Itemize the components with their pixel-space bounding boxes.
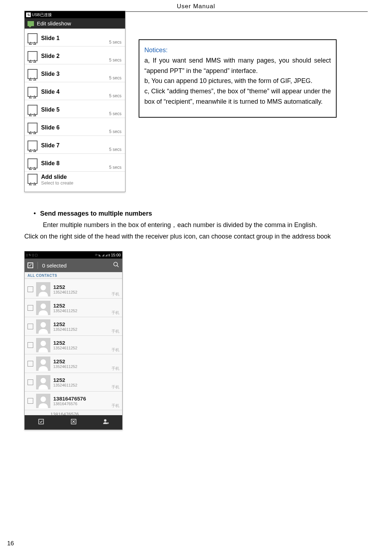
avatar [36,375,50,389]
deselect-icon[interactable] [70,418,77,427]
page-header: User Manual [24,0,368,12]
slide-row[interactable]: Slide 35 secs [25,64,125,82]
checkbox[interactable] [28,305,33,311]
status-bar-2: ▯ ↻ ▯ ▢ ⟳ ◣ ◢ ◢ ▮ 15:00 [25,251,122,259]
contact-number: 13524611252 [53,290,109,294]
checkbox[interactable] [28,361,33,367]
contact-number: 13816476576 [53,402,109,406]
contact-row[interactable]: 125213524611252手机 [25,336,122,354]
contact-name: 1252 [53,340,109,346]
slide-duration: 5 secs [109,58,121,63]
slide-row[interactable]: Slide 85 secs [25,154,125,172]
contact-name: 1252 [53,358,109,364]
contact-number: 13524611252 [53,327,109,331]
contact-row[interactable]: 125213524611252手机 [25,317,122,336]
slide-row[interactable]: Slide 45 secs [25,82,125,100]
battery-icon: ▮ [108,253,110,257]
contact-name: 1252 [53,284,109,290]
slide-label: Slide 3 [41,71,60,77]
svg-rect-9 [39,419,43,424]
svg-point-13 [104,419,106,422]
slide-icon [28,105,38,115]
avatar [36,301,50,315]
signal-icon: ◢ [105,253,108,257]
contact-name: 1252 [53,303,109,309]
contact-row[interactable]: 125213524611252手机 [25,373,122,392]
slide-duration: 5 secs [109,93,121,98]
contacts-screenshot: ▯ ↻ ▯ ▢ ⟳ ◣ ◢ ◢ ▮ 15:00 0 selected ALL C… [24,251,123,430]
slide-row[interactable]: Slide 15 secs [25,29,125,46]
contact-name: 13816476576 [53,396,109,402]
contact-type: 手机 [111,347,119,353]
checkbox[interactable] [28,379,33,385]
status-icon: ▯ [26,253,28,257]
contact-name: 1252 [53,377,109,383]
add-contact-icon[interactable] [103,418,110,427]
status-icon: ▯ [32,253,34,257]
checkbox[interactable] [28,286,33,292]
sync-icon: ⟳ [95,253,98,257]
slide-icon [28,69,38,79]
notices-title: Notices: [144,45,331,55]
status-bar: ⇅ USB已连接 [25,11,125,18]
slide-icon [28,51,38,61]
contact-row[interactable]: 1381647657613816476576手机 [25,392,122,410]
contact-row[interactable]: 125213524611252手机 [25,299,122,317]
add-slide-row[interactable]: Add slide Select to create [25,172,125,192]
slide-row[interactable]: Slide 65 secs [25,118,125,136]
avatar [36,338,50,352]
select-all-icon[interactable] [38,418,45,427]
svg-line-1 [117,265,119,267]
contact-type: 手机 [111,291,119,297]
wifi-icon: ◣ [99,253,101,257]
slide-label: Slide 6 [41,124,60,131]
slide-duration: 5 secs [109,147,121,152]
slide-row[interactable]: Slide 55 secs [25,100,125,118]
clock: 15:00 [111,253,121,257]
checkbox[interactable] [28,324,33,329]
slide-label: Slide 7 [41,142,60,149]
add-slide-sub: Select to create [41,180,73,186]
paragraph-2: Click on the right side of the head with… [24,232,368,242]
contact-row[interactable]: 125213524611252手机 [25,354,122,373]
page-number: 16 [7,540,14,547]
slide-icon [28,141,38,151]
avatar [36,282,50,296]
contact-type: 手机 [111,310,119,315]
avatar [36,394,50,408]
checkbox[interactable] [28,398,33,404]
section-label: ALL CONTACTS [25,272,122,278]
slide-icon [28,87,38,97]
signal-icon: ◢ [102,253,104,257]
slide-label: Slide 1 [41,35,60,41]
status-icon: ▢ [35,253,38,257]
slide-icon [28,158,38,168]
contact-type: 手机 [111,384,119,390]
search-icon[interactable] [113,261,119,269]
partial-row: 13816476576 [25,410,122,415]
slide-row[interactable]: Slide 75 secs [25,136,125,154]
svg-point-3 [40,303,46,309]
contact-row[interactable]: 125213524611252手机 [25,280,122,299]
slide-icon [28,123,38,133]
status-icon: ↻ [29,253,31,257]
contact-type: 手机 [111,403,119,408]
svg-point-5 [40,340,46,346]
contact-number: 13524611252 [53,364,109,369]
done-icon[interactable] [28,262,33,268]
contact-number: 13524611252 [53,309,109,313]
bullet-title: Send messages to multiple numbers [40,209,152,219]
contact-name: 1252 [53,321,109,327]
svg-point-7 [40,378,46,383]
checkbox[interactable] [28,342,33,348]
svg-point-0 [114,262,118,266]
contact-type: 手机 [111,329,119,334]
bottom-bar [25,415,122,429]
message-icon [28,21,34,26]
app-title: Edit slideshow [37,20,71,26]
slide-row[interactable]: Slide 25 secs [25,46,125,64]
notice-c: c, Click “adding themes”, the box of “th… [144,86,331,107]
svg-point-6 [40,359,46,364]
bullet-icon: • [34,209,36,219]
slide-label: Slide 8 [41,160,60,167]
